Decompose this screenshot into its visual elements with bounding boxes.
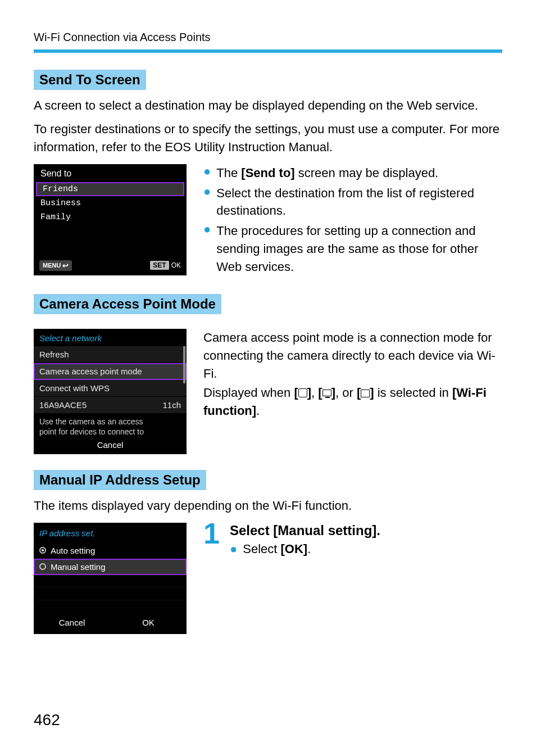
camera-ipset-ok: OK — [110, 618, 187, 627]
section-heading-manual-ip: Manual IP Address Setup — [34, 470, 206, 490]
header-rule — [34, 49, 502, 53]
camera-ipset-cancel: Cancel — [34, 618, 110, 627]
camera-sendto-title: Send to — [34, 164, 187, 182]
camera-network-item: Refresh — [34, 346, 187, 363]
camera-ap-displayed-when: Displayed when [], [], or [] is selected… — [203, 384, 502, 420]
camera-ipset-manual-selected: Manual setting — [34, 559, 187, 575]
camera-sendto-item-selected: Friends — [36, 182, 184, 196]
camera-network-title: Select a network — [34, 329, 187, 346]
bullet-icon: ● — [203, 164, 211, 182]
menu-back-button: MENU↩ — [39, 260, 72, 271]
bullet-item: ● The procedures for setting up a connec… — [203, 222, 502, 276]
camera-sendto-screenshot: Send to Friends Business Family MENU↩ SE… — [34, 164, 187, 275]
step-title: Select [Manual setting]. — [230, 523, 380, 538]
camera-network-item-selected: Camera access point mode — [34, 363, 187, 380]
bullet-icon: ● — [203, 184, 211, 220]
smartphone-icon — [298, 388, 307, 397]
page-number: 462 — [34, 711, 60, 729]
step-number: 1 — [203, 520, 220, 547]
camera-network-item: 16A9AACE511ch — [34, 397, 187, 414]
bullet-item: ● The [Send to] screen may be displayed. — [203, 164, 502, 182]
camera-network-help: Use the camera as an access point for de… — [34, 414, 187, 438]
printer-icon — [361, 390, 370, 397]
bullet-item: ● Select the destination from the list o… — [203, 184, 502, 220]
camera-sendto-item: Business — [34, 196, 187, 210]
send-to-description-2: To register destinations or to specify t… — [34, 120, 502, 156]
section-heading-send-to: Send To Screen — [34, 70, 146, 90]
step-substep: ● Select [OK]. — [230, 542, 380, 556]
radio-selected-icon — [39, 547, 46, 554]
camera-network-item: Connect with WPS — [34, 380, 187, 397]
bullet-icon: ● — [230, 542, 237, 556]
camera-network-cancel: Cancel — [34, 438, 187, 454]
section-heading-camera-ap: Camera Access Point Mode — [34, 294, 221, 314]
set-ok-button: SETOK — [150, 261, 181, 270]
camera-ipset-auto: Auto setting — [34, 542, 187, 559]
radio-unselected-icon — [39, 563, 46, 570]
camera-ap-description: Camera access point mode is a connection… — [203, 329, 502, 383]
camera-sendto-item: Family — [34, 210, 187, 224]
camera-network-screenshot: Select a network Refresh Camera access p… — [34, 329, 187, 454]
monitor-icon — [322, 390, 331, 396]
manual-ip-description: The items displayed vary depending on th… — [34, 497, 502, 515]
page-header: Wi-Fi Connection via Access Points — [34, 31, 502, 44]
return-icon: ↩ — [62, 261, 69, 270]
send-to-description-1: A screen to select a destination may be … — [34, 97, 502, 115]
camera-ipset-screenshot: IP address set. Auto setting Manual sett… — [34, 523, 187, 634]
camera-ipset-title: IP address set. — [34, 523, 187, 542]
bullet-icon: ● — [203, 222, 211, 276]
